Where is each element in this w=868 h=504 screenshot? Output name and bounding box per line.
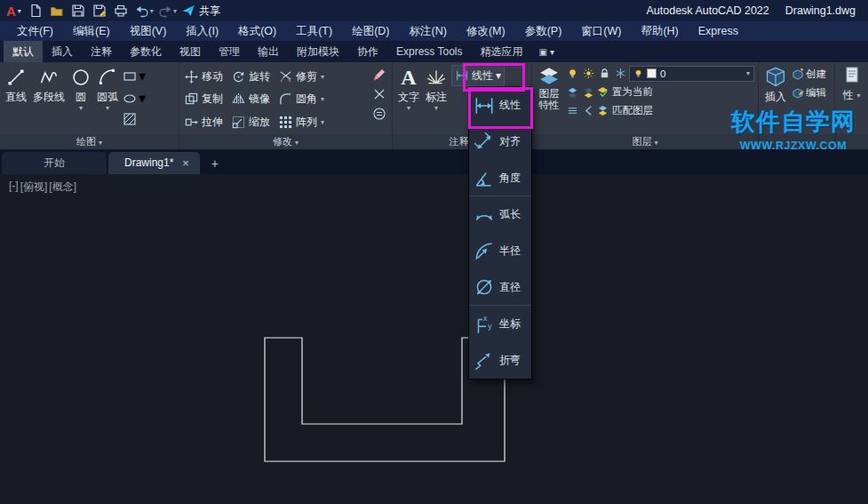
draw-panel-title[interactable]: 绘图▾ [0,134,179,149]
layer-prev-icon[interactable] [581,104,595,118]
array-tool-button[interactable]: 阵列 ▾ [279,111,324,133]
new-file-button[interactable] [25,1,46,20]
save-as-button[interactable] [89,1,110,20]
file-tab-drawing1[interactable]: Drawing1* × [108,152,200,174]
menu-insert[interactable]: 插入(I) [176,21,228,41]
arc-label: 圆弧 [97,90,118,105]
menu-dimension[interactable]: 标注(N) [400,21,457,41]
menu-help[interactable]: 帮助(H) [631,21,688,41]
trim-tool-button[interactable]: 修剪 ▾ [279,66,324,88]
file-tab-start[interactable]: 开始 [2,152,107,174]
properties-icon[interactable] [843,65,861,84]
chevron-down-icon[interactable]: ▾ [106,106,109,111]
modify-more-button[interactable] [372,107,386,121]
arc-tool-button[interactable]: 圆弧 ▾ [95,65,120,134]
menu-express[interactable]: Express [689,21,748,41]
layer-select[interactable]: 0 ▾ [629,66,754,82]
rotate-tool-button[interactable]: 旋转 [232,66,270,88]
dropdown-item-angular[interactable]: 角度 [469,160,531,196]
undo-history-caret[interactable]: ▾ [150,7,154,15]
dimension-tool-button[interactable]: 标注 ▾ [424,65,449,134]
menu-window[interactable]: 窗口(W) [571,21,631,41]
menu-view[interactable]: 视图(V) [120,21,177,41]
line-tool-button[interactable]: 直线 [4,65,28,134]
layer-walk-icon[interactable] [565,104,579,118]
ribbon-tab-output[interactable]: 输出 [249,41,288,62]
stretch-tool-button[interactable]: 拉伸 [185,111,223,133]
ribbon-tab-view[interactable]: 视图 [171,41,210,62]
save-button[interactable] [68,1,89,20]
layer-properties-button[interactable]: 图层特性 [536,65,562,134]
chevron-down-icon[interactable]: ▾ [407,106,410,111]
ribbon-tab-manage[interactable]: 管理 [210,41,249,62]
menu-tools[interactable]: 工具(T) [286,21,342,41]
match-layer-button[interactable]: 匹配图层 [597,104,653,117]
redo-history-caret[interactable]: ▾ [173,7,177,15]
properties-partial-label[interactable]: 性 ▾ [842,88,860,103]
layer-isolate-icon[interactable] [565,85,579,100]
dropdown-item-jogged[interactable]: 折弯 [469,342,531,379]
polyline-tool-button[interactable]: 多段线 [31,65,67,134]
erase-tool-button[interactable] [372,68,386,82]
chevron-down-icon[interactable]: ▾ [321,118,324,126]
dropdown-item-diameter[interactable]: 直径 [469,269,531,306]
ribbon-display-toggle[interactable]: ▣ ▾ [531,41,561,62]
chevron-down-icon[interactable]: ▾ [496,69,501,82]
properties-panel-title[interactable] [835,134,868,149]
block-panel-title[interactable] [759,134,834,149]
ribbon-tab-annotate[interactable]: 注释 [82,41,121,62]
ribbon-tab-insert[interactable]: 插入 [43,41,82,62]
layer-lock-icon[interactable] [597,67,611,81]
menu-edit[interactable]: 编辑(E) [63,21,120,41]
layers-panel-title[interactable]: 图层▾ [532,134,758,149]
dropdown-item-aligned[interactable]: 对齐 [469,124,531,160]
linear-dimension-button[interactable]: 线性 ▾ [451,65,505,86]
edit-block-button[interactable]: 编辑 [792,86,826,100]
rectangle-tool-button[interactable]: ▾ [123,68,146,84]
chevron-down-icon[interactable]: ▾ [79,106,83,111]
explode-tool-button[interactable] [372,87,386,101]
create-block-button[interactable]: 创建 [792,68,826,81]
ribbon-tab-collaborate[interactable]: 协作 [348,41,387,62]
menu-modify[interactable]: 修改(M) [457,21,515,41]
ribbon-tab-featured[interactable]: 精选应用 [471,41,531,62]
copy-tool-button[interactable]: 复制 [185,88,223,110]
insert-block-button[interactable]: 插入 [762,65,789,134]
dropdown-item-radius[interactable]: 半径 [469,233,531,269]
scale-tool-button[interactable]: 缩放 [232,111,270,133]
chevron-down-icon[interactable]: ▾ [321,95,324,103]
menu-file[interactable]: 文件(F) [7,21,63,41]
ribbon-tab-express[interactable]: Express Tools [387,41,471,62]
dropdown-item-linear[interactable]: 线性 [469,87,531,124]
layer-thaw-icon[interactable] [613,67,627,81]
menu-draw[interactable]: 绘图(D) [342,21,399,41]
layer-freeze-icon[interactable] [581,67,595,81]
hatch-tool-button[interactable] [123,112,146,126]
drawing-canvas[interactable]: [-] [俯视] [概念] [0,174,868,504]
circle-tool-button[interactable]: 圆 ▾ [69,65,92,134]
plot-button[interactable] [110,1,131,20]
dropdown-item-arc-length[interactable]: 弧长 [469,196,531,233]
fillet-tool-button[interactable]: 圆角 ▾ [279,88,324,110]
ribbon-tab-parametric[interactable]: 参数化 [121,41,171,62]
menu-parametric[interactable]: 参数(P) [515,21,572,41]
move-tool-button[interactable]: 移动 [185,66,223,88]
layer-off-icon[interactable] [565,67,579,81]
ellipse-tool-button[interactable]: ▾ [123,90,146,107]
app-menu-button[interactable]: A ▾ [0,4,25,19]
chevron-down-icon[interactable]: ▾ [434,106,438,111]
text-tool-button[interactable]: A 文字 ▾ [396,65,421,134]
layer-unisolate-icon[interactable] [581,85,595,100]
chevron-down-icon[interactable]: ▾ [321,73,324,81]
menu-format[interactable]: 格式(O) [228,21,286,41]
mirror-tool-button[interactable]: 镜像 [232,88,270,110]
share-button[interactable]: 共享 [181,4,220,19]
close-icon[interactable]: × [182,152,189,174]
ribbon-tab-addins[interactable]: 附加模块 [288,41,348,62]
modify-panel-title[interactable]: 修改▾ [179,134,392,149]
open-file-button[interactable] [46,1,68,20]
ribbon-tab-home[interactable]: 默认 [4,41,43,62]
dropdown-item-ordinate[interactable]: xy 坐标 [469,306,531,342]
set-current-layer-button[interactable]: 置为当前 [597,85,653,99]
new-drawing-button[interactable]: + [205,155,225,172]
